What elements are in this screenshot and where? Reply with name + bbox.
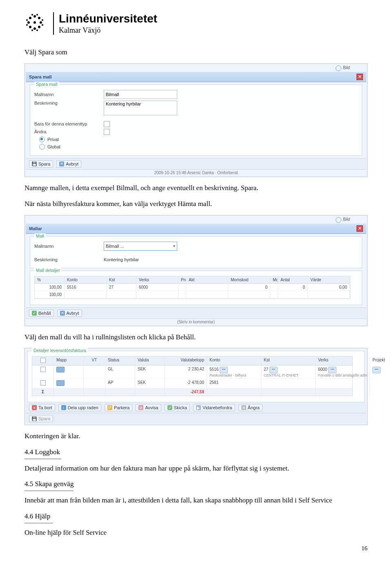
vidarebefordra-button[interactable]: ▶Vidarebefordra xyxy=(193,404,235,411)
logo-text-block: Linnéuniversitetet Kalmar Växjö xyxy=(53,12,157,35)
skicka-button[interactable]: ✓Skicka xyxy=(165,404,190,411)
org-subname: Kalmar Växjö xyxy=(59,26,157,35)
col-projekt: Projekt xyxy=(178,276,186,283)
beskrivning-label: Beskrivning xyxy=(34,257,104,262)
split-icon: ↕ xyxy=(61,405,66,410)
spara-button-disabled: 💾Spara xyxy=(29,415,53,422)
privat-label: Privat xyxy=(47,137,59,142)
fieldset-mall-detaljer: Mall detaljer % Konto Kst Verks Projekt … xyxy=(30,271,362,305)
privat-radio[interactable] xyxy=(39,137,45,142)
checkbox-header[interactable] xyxy=(40,358,46,363)
lookup-projekt-button[interactable]: ··· xyxy=(372,367,381,373)
col-vt: VT xyxy=(84,357,105,365)
avbryt-button[interactable]: ✕ Avbryt xyxy=(56,160,81,168)
folder-icon[interactable] xyxy=(56,380,65,386)
page-number: 16 xyxy=(24,545,368,552)
behall-button[interactable]: ✓ Behåll xyxy=(29,309,54,317)
sum-row: Σ -247,58 xyxy=(32,388,352,396)
spara-button[interactable]: 💾 Spara xyxy=(29,160,53,168)
row-checkbox[interactable] xyxy=(40,367,46,372)
avvisa-button[interactable]: ⊘Avvisa xyxy=(136,404,161,411)
svg-point-15 xyxy=(42,19,43,21)
col-momssystem: Momssystem xyxy=(270,276,278,283)
save-icon: 💾 xyxy=(32,416,37,421)
footer-center: (Skriv in kommentar) xyxy=(177,320,215,324)
close-icon[interactable]: ✕ xyxy=(356,74,363,80)
footer-text: 2009-10-26 15:48 Arsenic Danka · Omforbe… xyxy=(154,170,238,175)
svg-point-14 xyxy=(26,24,28,26)
btn-label: Ångra xyxy=(248,405,260,410)
lookup-konto-button[interactable]: ··· xyxy=(220,367,228,373)
col-percent: % xyxy=(35,276,65,283)
col-akt: Akt xyxy=(186,276,228,283)
col-antal: Antal xyxy=(278,276,308,283)
dialog-title-bar: Mallar ✕ xyxy=(26,224,366,234)
paragraph: On-line hjälp för Self Service xyxy=(24,527,368,538)
parkera-button[interactable]: PParkera xyxy=(105,404,133,411)
heading-hjalp: 4.6 Hjälp xyxy=(24,512,368,520)
park-icon: P xyxy=(107,405,112,410)
col-kst: Kst xyxy=(261,357,316,365)
tabort-button[interactable]: ✕Ta bort xyxy=(29,404,55,411)
heading-underline xyxy=(24,523,53,523)
delete-icon: ✕ xyxy=(32,405,37,410)
mallnamn-select[interactable]: Bilmall ... ▾ xyxy=(104,242,177,251)
folder-icon[interactable] xyxy=(56,367,65,372)
bild-label: Bild xyxy=(343,217,350,223)
col-valutabelopp: Valutabelopp xyxy=(165,357,207,365)
undo-icon: ✕ xyxy=(241,405,246,410)
bild-label: Bild xyxy=(343,65,350,71)
lookup-verks-button[interactable]: ··· xyxy=(328,367,336,373)
svg-point-9 xyxy=(31,14,33,16)
paragraph: Konteringen är klar. xyxy=(24,431,368,442)
grid-header: Mapp VT Status Valuta Valutabelopp Konto… xyxy=(32,357,352,365)
btn-label: Spara xyxy=(38,416,50,421)
paragraph: Detaljerad information om hur den faktur… xyxy=(24,463,368,474)
dialog-button-bar: ✓ Behåll ✕ Avbryt xyxy=(26,307,366,318)
svg-point-13 xyxy=(26,19,28,21)
screenshot-detaljer-levfaktura: Detaljer leverantörsfaktura Mapp VT Stat… xyxy=(24,348,368,425)
svg-point-16 xyxy=(42,24,43,26)
avbryt-button[interactable]: ✕ Avbryt xyxy=(57,309,82,317)
fieldset-mall: Mall Mallnamn Bilmall ... ▾ Beskrivning … xyxy=(30,236,362,268)
cancel-icon: ✕ xyxy=(59,161,64,166)
beskrivning-label: Beskrivning xyxy=(34,101,104,105)
spara-bar: 💾Spara xyxy=(26,413,366,424)
svg-point-4 xyxy=(40,21,42,24)
andra-label: Ändra xyxy=(34,129,104,134)
bara-checkbox[interactable] xyxy=(104,121,110,127)
svg-point-11 xyxy=(31,29,33,31)
paragraph: Namnge mallen, i detta exempel Bilmall, … xyxy=(24,183,368,193)
svg-point-8 xyxy=(38,26,40,28)
paragraph: Innebär att man från bilden man är i, at… xyxy=(24,495,368,506)
btn-label: Avvisa xyxy=(145,405,158,410)
btn-label: Ta bort xyxy=(38,405,52,410)
dela-button[interactable]: ↕Dela upp raden xyxy=(58,404,101,411)
mallnamn-input[interactable] xyxy=(104,90,177,99)
andra-checkbox[interactable] xyxy=(104,129,110,135)
global-radio[interactable] xyxy=(39,144,45,150)
beskrivning-textarea[interactable] xyxy=(104,101,177,115)
flower-logo-icon xyxy=(24,12,45,33)
forward-icon: ▶ xyxy=(196,405,201,410)
fieldset-spara-mall: Spara mall Mallnamn Beskrivning Bara för… xyxy=(30,85,362,156)
paragraph: Välj den mall du vill ha i rullningslist… xyxy=(24,332,368,343)
fieldset-legend: Mall detaljer xyxy=(34,268,62,273)
dialog-title-bar: Spara mall ✕ xyxy=(26,72,366,82)
col-varde: Värde xyxy=(308,276,350,283)
angra-button[interactable]: ✕Ångra xyxy=(238,404,263,411)
col-verks: Verks xyxy=(136,276,178,283)
col-projekt: Projekt xyxy=(370,357,392,365)
close-icon[interactable]: ✕ xyxy=(356,225,363,232)
send-icon: ✓ xyxy=(167,405,172,410)
bara-label: Bara för denna elementtyp xyxy=(34,121,104,126)
radio-icon xyxy=(336,65,341,71)
grid-header: % Konto Kst Verks Projekt Akt Momskod Mo… xyxy=(35,276,350,284)
mallnamn-label: Mallnamn xyxy=(34,244,104,249)
fieldset-legend: Detaljer leverantörsfaktura xyxy=(32,348,88,353)
row-checkbox[interactable] xyxy=(40,380,46,386)
spara-button-label: Spara xyxy=(38,161,50,166)
lookup-kst-button[interactable]: ··· xyxy=(270,367,278,373)
svg-point-3 xyxy=(27,21,30,24)
svg-point-5 xyxy=(29,17,31,19)
